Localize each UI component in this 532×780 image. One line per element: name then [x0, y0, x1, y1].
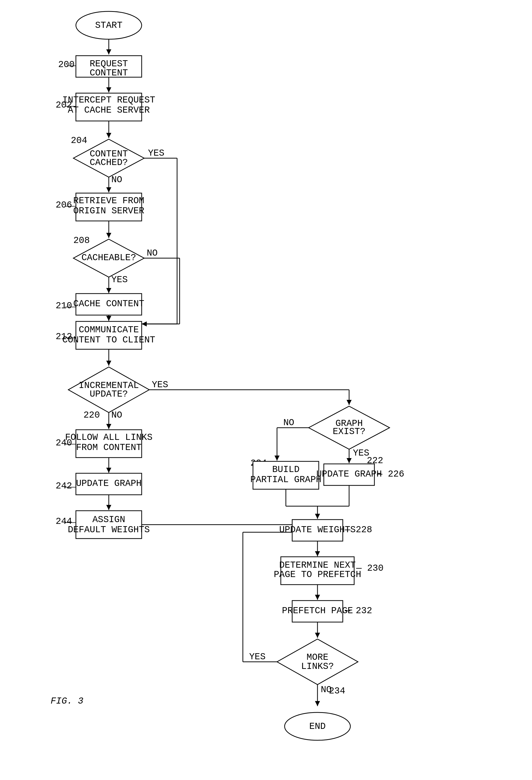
node-morelinks-line1: MORE: [307, 652, 328, 663]
node-228: UPDATE WEIGHTS: [279, 525, 356, 535]
svg-marker-30: [106, 316, 111, 321]
svg-marker-76: [315, 595, 320, 600]
node-210-line1: CACHE CONTENT: [73, 299, 145, 309]
node-206-line2: ORIGIN SERVER: [73, 206, 145, 216]
node-200-line1: REQUEST: [90, 59, 128, 69]
svg-marker-3: [106, 49, 111, 54]
ref-200: 200: [58, 59, 74, 70]
node-incr-line2: UPDATE?: [90, 389, 128, 399]
node-206-line1: RETRIEVE FROM: [73, 196, 145, 206]
svg-marker-85: [315, 701, 320, 706]
ref-242: 242: [56, 481, 72, 491]
end-label: END: [309, 721, 326, 732]
ref-228: — 228: [344, 525, 372, 535]
node-244-line1: ASSIGN: [92, 515, 125, 525]
node-212-line1: COMMUNICATE: [79, 325, 139, 335]
node-224-line1: BUILD: [272, 465, 300, 475]
no-204: NO: [111, 175, 122, 185]
ref-220: 220: [84, 410, 100, 420]
flowchart-diagram: START 200 REQUEST CONTENT 202 INTERCEPT …: [0, 0, 532, 780]
ref-210: 210: [56, 301, 72, 311]
ref-234: 234: [329, 686, 345, 696]
ref-204: 204: [71, 135, 87, 146]
svg-marker-15: [106, 187, 111, 192]
node-240-line1: FOLLOW ALL LINKS: [65, 432, 153, 443]
node-232: PREFETCH PAGE: [282, 605, 353, 616]
node-200-line2: CONTENT: [90, 68, 128, 78]
node-208: CACHEABLE?: [82, 253, 136, 263]
yes-incr: YES: [152, 380, 168, 390]
ref-208: 208: [73, 235, 90, 246]
ref-206: 206: [56, 200, 72, 210]
node-240-line2: FROM CONTENT: [76, 442, 142, 453]
svg-marker-40: [106, 424, 111, 429]
no-graphexist: NO: [283, 418, 294, 428]
node-226: UPDATE GRAPH: [316, 469, 382, 479]
yes-morelinks: YES: [249, 652, 266, 662]
node-202-line1: INTERCEPT REQUEST: [62, 95, 155, 105]
ref-230: — 230: [356, 563, 383, 574]
svg-marker-26: [106, 288, 111, 293]
svg-marker-19: [106, 233, 111, 238]
node-204-line2: CACHED?: [90, 157, 128, 168]
svg-marker-7: [106, 87, 111, 92]
svg-marker-67: [315, 514, 320, 519]
yes-204: YES: [148, 148, 164, 158]
ref-226: — 226: [377, 469, 404, 479]
node-230-line2: PAGE TO PREFETCH: [274, 570, 361, 580]
svg-marker-79: [315, 633, 320, 638]
node-morelinks-line2: LINKS?: [301, 661, 334, 672]
node-graphexist-line2: EXIST?: [333, 427, 366, 437]
svg-marker-36: [106, 361, 111, 366]
svg-marker-44: [106, 468, 111, 473]
svg-text:START: START: [95, 20, 122, 31]
svg-marker-60: [347, 458, 352, 463]
node-230-line1: DETERMINE NEXT: [279, 560, 356, 571]
node-242: UPDATE GRAPH: [76, 478, 142, 489]
svg-marker-54: [347, 400, 352, 405]
node-224-line2: PARTIAL GRAPH: [251, 475, 322, 485]
svg-marker-11: [106, 133, 111, 138]
ref-232: — 232: [344, 605, 372, 616]
no-208: NO: [147, 248, 158, 258]
svg-marker-48: [106, 505, 111, 510]
node-202-line2: AT CACHE SERVER: [68, 105, 150, 115]
node-244-line2: DEFAULT WEIGHTS: [68, 525, 150, 535]
no-incr: NO: [111, 410, 122, 420]
svg-marker-73: [315, 551, 320, 556]
fig-label: FIG. 3: [51, 696, 84, 706]
node-212-line2: CONTENT TO CLIENT: [62, 335, 155, 345]
svg-marker-58: [274, 455, 279, 460]
yes-208: YES: [111, 275, 128, 285]
